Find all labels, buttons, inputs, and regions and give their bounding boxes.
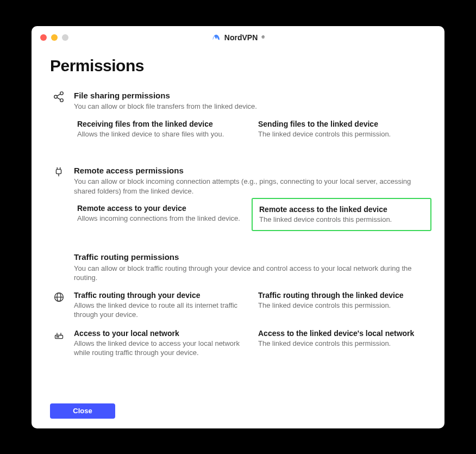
- section-desc-traffic: You can allow or block traffic routing t…: [74, 264, 426, 283]
- globe-icon: [52, 290, 65, 320]
- permissions-window: NordVPN® Permissions File sharing permis…: [32, 26, 444, 428]
- window-close-dot[interactable]: [40, 34, 47, 41]
- section-head-traffic: Traffic routing permissions You can allo…: [77, 252, 426, 283]
- section-title-file-sharing: File sharing permissions: [74, 90, 257, 101]
- svg-point-15: [57, 337, 57, 337]
- section-traffic: Traffic routing permissions You can allo…: [50, 246, 426, 378]
- perm-local-network-access[interactable]: Access to your local network Allows the …: [77, 328, 245, 358]
- footer: Close: [32, 396, 444, 428]
- highlighted-permission: Remote access to the linked device The l…: [252, 198, 431, 231]
- section-file-sharing: File sharing permissions You can allow o…: [50, 85, 426, 160]
- window-traffic-lights: [40, 34, 68, 41]
- content-area: Permissions File sharing permissions You…: [32, 49, 444, 396]
- nordvpn-icon: [211, 33, 221, 42]
- section-title-traffic: Traffic routing permissions: [74, 252, 426, 263]
- svg-point-1: [54, 95, 58, 98]
- svg-line-3: [57, 94, 60, 96]
- svg-point-2: [60, 98, 64, 102]
- perm-desc: Allows the linked device to share files …: [77, 130, 245, 139]
- perm-title: Access to the linked device's local netw…: [258, 328, 426, 338]
- perm-desc: Allows the linked device to access your …: [74, 339, 245, 358]
- section-head-remote-access: Remote access permissions You can allow …: [77, 165, 426, 196]
- perm-title: Remote access to the linked device: [259, 204, 425, 214]
- router-icon: [52, 328, 65, 358]
- section-title-remote: Remote access permissions: [74, 165, 426, 176]
- perm-desc: The linked device controls this permissi…: [258, 301, 426, 310]
- perm-title: Remote access to your device: [77, 203, 245, 213]
- perm-desc: The linked device controls this permissi…: [258, 130, 426, 139]
- perm-desc: The linked device controls this permissi…: [259, 215, 425, 225]
- share-icon: [52, 90, 65, 103]
- close-button[interactable]: Close: [50, 403, 115, 419]
- brand-tm: ®: [261, 35, 265, 40]
- brand-logo: NordVPN®: [211, 33, 265, 42]
- perm-traffic-through-your-device[interactable]: Traffic routing through your device Allo…: [77, 290, 245, 320]
- window-minimize-dot[interactable]: [51, 34, 58, 41]
- svg-rect-5: [56, 169, 61, 173]
- perm-remote-to-linked-device: Remote access to the linked device The l…: [258, 203, 426, 226]
- perm-traffic-through-linked-device: Traffic routing through the linked devic…: [258, 290, 426, 320]
- perm-sending-files: Sending files to the linked device The l…: [258, 119, 426, 139]
- plug-icon: [52, 165, 65, 178]
- section-desc-file-sharing: You can allow or block file transfers fr…: [74, 102, 257, 111]
- perm-title: Receiving files from the linked device: [77, 119, 245, 129]
- perm-title: Access to your local network: [74, 328, 245, 338]
- perm-desc: Allows the linked device to route all it…: [74, 301, 245, 320]
- section-remote-access: Remote access permissions You can allow …: [50, 160, 426, 247]
- perm-title: Traffic routing through your device: [74, 290, 245, 300]
- perm-title: Traffic routing through the linked devic…: [258, 290, 426, 300]
- section-desc-remote: You can allow or block incoming connecti…: [74, 177, 426, 196]
- perm-linked-device-local-network: Access to the linked device's local netw…: [258, 328, 426, 358]
- section-head-file-sharing: File sharing permissions You can allow o…: [77, 90, 426, 111]
- svg-point-0: [60, 91, 64, 95]
- perm-remote-to-your-device[interactable]: Remote access to your device Allows inco…: [77, 203, 245, 226]
- titlebar: NordVPN®: [32, 26, 444, 49]
- window-maximize-dot: [62, 34, 68, 41]
- page-title: Permissions: [50, 57, 426, 75]
- perm-desc: The linked device controls this permissi…: [258, 339, 426, 349]
- perm-receiving-files[interactable]: Receiving files from the linked device A…: [77, 119, 245, 139]
- svg-point-16: [58, 337, 58, 337]
- brand-text: NordVPN: [224, 33, 258, 42]
- svg-line-4: [57, 97, 60, 99]
- perm-title: Sending files to the linked device: [258, 119, 426, 129]
- perm-desc: Allows incoming connections from the lin…: [77, 214, 245, 223]
